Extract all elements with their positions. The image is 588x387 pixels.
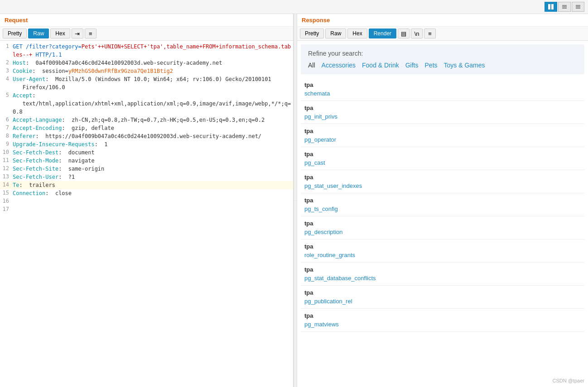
code-line-7: 7 Accept-Encoding: gzip, deflate	[0, 124, 293, 132]
response-panel: Response Pretty Raw Hex Render ▤ \n ≡ Re…	[297, 14, 588, 387]
response-tabs: Pretty Raw Hex Render ▤ \n ≡	[297, 27, 588, 41]
request-view-button[interactable]	[558, 2, 571, 12]
rendered-content: Refine your search: All Accessories Food…	[297, 41, 588, 387]
result-list: tpa schemata tpa pg_init_privs tpa pg_op…	[297, 78, 588, 332]
panel-divider[interactable]: ⋮	[294, 14, 297, 387]
filter-accessories[interactable]: Accessories	[322, 62, 356, 69]
response-tab-raw[interactable]: Raw	[325, 29, 346, 38]
code-line-6: 6 Accept-Language: zh-CN,zh;q=0.8,zh-TW;…	[0, 116, 293, 124]
response-tab-icon2[interactable]: \n	[411, 29, 423, 38]
tab-pretty[interactable]: Pretty	[3, 29, 27, 38]
code-line-4: 4 User-Agent: Mozilla/5.0 (Windows NT 10…	[0, 75, 293, 83]
watermark: CSDN @tpaer	[553, 378, 584, 383]
result-value-6: pg_ts_config	[304, 205, 581, 214]
response-tab-hex[interactable]: Hex	[347, 29, 367, 38]
view-buttons	[545, 2, 584, 12]
result-item-9: tpa pg_stat_database_conflicts	[301, 263, 584, 286]
result-label-6: tpa	[304, 195, 581, 205]
tab-raw[interactable]: Raw	[28, 29, 49, 38]
response-tab-icon1[interactable]: ▤	[398, 29, 410, 38]
request-tabs: Pretty Raw Hex ⇥ ≡	[0, 27, 293, 41]
result-value-8: role_routine_grants	[304, 251, 581, 260]
result-value-10: pg_publication_rel	[304, 297, 581, 306]
code-line-14: 14 Te: trailers	[0, 181, 293, 189]
code-line-2: 2 Host: 0a4f009b047a0c46c0d244e10092003d…	[0, 59, 293, 67]
result-value-3: pg_operator	[304, 135, 581, 145]
result-item-1: tpa schemata	[301, 78, 584, 101]
filter-all[interactable]: All	[308, 62, 315, 69]
result-item-3: tpa pg_operator	[301, 124, 584, 147]
filter-gifts[interactable]: Gifts	[405, 62, 419, 69]
result-item-6: tpa pg_ts_config	[301, 193, 584, 216]
filter-food-drink[interactable]: Food & Drink	[362, 62, 399, 69]
code-line-13: 13 Sec-Fetch-User: ?1	[0, 173, 293, 181]
code-line-5: 5 Accept:	[0, 91, 293, 100]
split-view-button[interactable]	[545, 2, 557, 12]
result-label-1: tpa	[304, 80, 581, 89]
filter-pets[interactable]: Pets	[425, 62, 438, 69]
request-title: Request	[0, 14, 293, 27]
result-item-10: tpa pg_publication_rel	[301, 286, 584, 309]
filter-tags: All Accessories Food & Drink Gifts Pets …	[308, 62, 577, 69]
result-label-7: tpa	[304, 218, 581, 228]
code-line-10: 10 Sec-Fetch-Dest: document	[0, 148, 293, 157]
result-value-1: schemata	[304, 89, 581, 99]
code-line-3: 3 Cookie: session=yRMzhGS0dwnFRfBx9Gzoa7…	[0, 67, 293, 75]
result-label-8: tpa	[304, 241, 581, 251]
search-refine-box: Refine your search: All Accessories Food…	[301, 44, 584, 74]
code-line-15: 15 Connection: close	[0, 189, 293, 197]
result-value-11: pg_matviews	[304, 320, 581, 330]
svg-rect-0	[548, 4, 550, 10]
response-view-button[interactable]	[572, 2, 584, 12]
result-item-2: tpa pg_init_privs	[301, 101, 584, 124]
result-value-2: pg_init_privs	[304, 112, 581, 122]
tab-hex[interactable]: Hex	[50, 29, 70, 38]
code-line-8: 8 Referer: https://0a4f009b047a0c46c0d24…	[0, 132, 293, 140]
result-label-2: tpa	[304, 103, 581, 112]
request-code-content: 1 GET /filter?category=Pets'++UNION+SELE…	[0, 41, 293, 387]
result-label-4: tpa	[304, 149, 581, 158]
result-label-9: tpa	[304, 264, 581, 274]
code-line-5b: text/html,application/xhtml+xml,applicat…	[0, 100, 293, 116]
svg-rect-1	[551, 4, 554, 10]
response-tab-icon3[interactable]: ≡	[424, 29, 436, 38]
code-line-1: 1 GET /filter?category=Pets'++UNION+SELE…	[0, 43, 293, 59]
response-title: Response	[297, 14, 588, 27]
result-item-7: tpa pg_description	[301, 216, 584, 239]
result-value-5: pg_stat_user_indexes	[304, 182, 581, 191]
result-value-4: pg_cast	[304, 158, 581, 168]
result-label-5: tpa	[304, 172, 581, 182]
code-line-11: 11 Sec-Fetch-Mode: navigate	[0, 157, 293, 165]
result-item-4: tpa pg_cast	[301, 147, 584, 170]
response-tab-pretty[interactable]: Pretty	[300, 29, 324, 38]
top-toolbar	[0, 0, 588, 14]
response-tab-render[interactable]: Render	[369, 29, 396, 38]
result-item-8: tpa role_routine_grants	[301, 239, 584, 263]
result-label-11: tpa	[304, 311, 581, 320]
result-item-11: tpa pg_matviews	[301, 309, 584, 332]
result-label-10: tpa	[304, 287, 581, 297]
search-refine-title: Refine your search:	[308, 50, 577, 57]
code-line-12: 12 Sec-Fetch-Site: same-origin	[0, 165, 293, 173]
code-line-16: 16	[0, 197, 293, 205]
filter-toys-games[interactable]: Toys & Games	[444, 62, 485, 69]
code-line-9: 9 Upgrade-Insecure-Requests: 1	[0, 140, 293, 148]
code-line-17: 17	[0, 205, 293, 214]
tab-menu[interactable]: ≡	[85, 29, 96, 38]
tab-indent[interactable]: ⇥	[72, 29, 83, 38]
result-value-7: pg_description	[304, 228, 581, 237]
result-label-3: tpa	[304, 126, 581, 135]
main-layout: Request Pretty Raw Hex ⇥ ≡ 1 GET /filter…	[0, 14, 588, 387]
result-item-5: tpa pg_stat_user_indexes	[301, 170, 584, 193]
result-value-9: pg_stat_database_conflicts	[304, 274, 581, 283]
code-line-4b: Firefox/106.0	[0, 83, 293, 91]
request-panel: Request Pretty Raw Hex ⇥ ≡ 1 GET /filter…	[0, 14, 294, 387]
